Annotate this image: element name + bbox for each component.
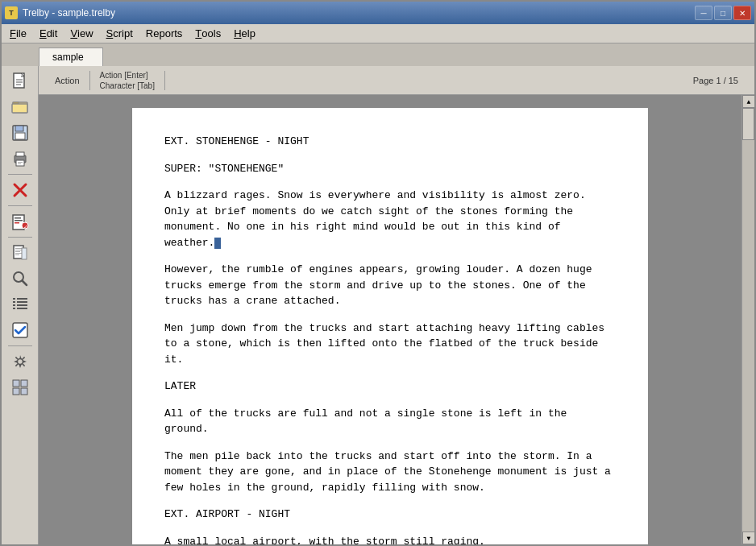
svg-rect-34 xyxy=(13,301,15,303)
checklist-icon xyxy=(11,321,29,339)
left-toolbar: ✓ xyxy=(2,66,39,544)
print-button[interactable] xyxy=(6,147,35,171)
svg-rect-42 xyxy=(13,380,19,387)
svg-rect-28 xyxy=(15,254,19,255)
scrollbar-thumb[interactable] xyxy=(742,108,754,140)
hint-line-2: Character [Tab] xyxy=(100,81,155,91)
svg-rect-8 xyxy=(15,126,23,131)
svg-rect-43 xyxy=(21,380,27,387)
menu-reports[interactable]: Reports xyxy=(139,24,189,43)
outline-icon xyxy=(11,296,29,313)
search-button[interactable] xyxy=(6,267,35,291)
svg-rect-18 xyxy=(15,217,21,219)
svg-rect-33 xyxy=(17,298,27,300)
delete-button[interactable] xyxy=(6,178,35,202)
toolbar-separator-4 xyxy=(8,345,32,346)
menu-script[interactable]: Script xyxy=(100,24,139,43)
checklist-button[interactable] xyxy=(6,318,35,342)
document-status-bar: Action Action [Enter] Character [Tab] Pa… xyxy=(39,66,754,95)
svg-line-31 xyxy=(22,281,27,286)
save-file-button[interactable] xyxy=(6,121,35,145)
grid-icon xyxy=(11,378,29,396)
menu-bar: File Edit View Script Reports Tools Help xyxy=(2,24,754,43)
para-action-3: Men jump down from the trucks and start … xyxy=(164,321,616,368)
hint-line-1: Action [Enter] xyxy=(100,70,155,81)
maximize-button[interactable]: □ xyxy=(714,6,732,20)
save-file-icon xyxy=(11,124,29,142)
status-divider-2 xyxy=(164,71,165,90)
svg-rect-44 xyxy=(13,388,19,395)
page-view-button[interactable] xyxy=(6,241,35,265)
action-text-1: A blizzard rages. Snow is everywhere and… xyxy=(164,189,586,249)
svg-rect-19 xyxy=(15,220,23,221)
script-settings-icon: ✓ xyxy=(11,213,29,230)
menu-file[interactable]: File xyxy=(3,24,33,43)
new-file-button[interactable] xyxy=(6,69,35,93)
tab-sample[interactable]: sample xyxy=(39,48,103,67)
settings-button[interactable] xyxy=(6,350,35,374)
scrollbar-track[interactable] xyxy=(742,108,754,532)
svg-rect-32 xyxy=(13,298,15,300)
svg-rect-36 xyxy=(13,304,15,306)
outline-button[interactable] xyxy=(6,292,35,316)
para-action-6: A small local airport, with the storm st… xyxy=(164,534,616,545)
svg-rect-11 xyxy=(16,152,24,156)
app-icon: T xyxy=(5,6,18,19)
menu-help[interactable]: Help xyxy=(227,24,262,43)
para-scene-heading-2: EXT. AIRPORT - NIGHT xyxy=(164,507,616,523)
document-content-wrapper[interactable]: EXT. STONEHENGE - NIGHT SUPER: "STONEHEN… xyxy=(39,95,741,544)
para-action-5: The men pile back into the trucks and st… xyxy=(164,449,616,496)
new-file-icon xyxy=(11,72,29,90)
svg-rect-13 xyxy=(18,162,23,163)
scene-heading-text-2: EXT. AIRPORT - NIGHT xyxy=(164,508,290,520)
window-title: Trelby - sample.trelby xyxy=(23,7,115,19)
document-panel: Action Action [Enter] Character [Tab] Pa… xyxy=(39,66,754,544)
svg-rect-45 xyxy=(21,388,27,395)
page-view-icon xyxy=(11,244,29,262)
menu-edit[interactable]: Edit xyxy=(33,24,64,43)
svg-rect-27 xyxy=(15,253,22,254)
action-text-2: However, the rumble of engines appears, … xyxy=(164,263,592,307)
open-file-button[interactable] xyxy=(6,95,35,119)
super-text: SUPER: "STONEHENGE" xyxy=(164,163,284,175)
transition-text: LATER xyxy=(164,380,196,392)
document-scroll-area: EXT. STONEHENGE - NIGHT SUPER: "STONEHEN… xyxy=(39,95,754,544)
close-button[interactable]: ✕ xyxy=(733,6,751,20)
main-window: T Trelby - sample.trelby ─ □ ✕ File Edit… xyxy=(0,0,756,546)
svg-point-41 xyxy=(17,359,23,365)
print-icon xyxy=(11,150,29,168)
para-scene-heading-1: EXT. STONEHENGE - NIGHT xyxy=(164,134,616,150)
scene-heading-text-1: EXT. STONEHENGE - NIGHT xyxy=(164,135,309,147)
toolbar-separator-2 xyxy=(8,205,32,206)
scroll-down-button[interactable]: ▼ xyxy=(742,532,754,544)
scroll-up-button[interactable]: ▲ xyxy=(742,95,754,108)
action-text-4: All of the trucks are full and not a sin… xyxy=(164,407,567,436)
svg-rect-39 xyxy=(17,308,27,309)
window-controls[interactable]: ─ □ ✕ xyxy=(695,6,751,20)
para-super: SUPER: "STONEHENGE" xyxy=(164,161,616,177)
svg-rect-37 xyxy=(17,304,27,306)
text-cursor xyxy=(214,238,221,249)
svg-rect-14 xyxy=(18,163,21,164)
para-action-1: A blizzard rages. Snow is everywhere and… xyxy=(164,188,616,250)
status-hint: Action [Enter] Character [Tab] xyxy=(90,70,164,91)
minimize-button[interactable]: ─ xyxy=(695,6,712,20)
delete-icon xyxy=(11,181,29,199)
search-icon xyxy=(11,270,29,287)
grid-button[interactable] xyxy=(6,375,35,399)
menu-view[interactable]: View xyxy=(64,24,99,43)
document-page[interactable]: EXT. STONEHENGE - NIGHT SUPER: "STONEHEN… xyxy=(132,108,648,544)
svg-rect-24 xyxy=(15,248,22,249)
toolbar-separator-3 xyxy=(8,237,32,238)
action-text-5: The men pile back into the trucks and st… xyxy=(164,450,611,494)
script-settings-button[interactable]: ✓ xyxy=(6,209,35,234)
menu-tools[interactable]: Tools xyxy=(189,24,227,43)
svg-rect-12 xyxy=(16,160,24,166)
vertical-scrollbar[interactable]: ▲ ▼ xyxy=(741,95,754,544)
svg-text:✓: ✓ xyxy=(23,224,27,230)
svg-rect-6 xyxy=(12,104,27,113)
action-text-6: A small local airport, with the storm st… xyxy=(164,536,485,545)
open-file-icon xyxy=(11,98,29,116)
toolbar-separator-1 xyxy=(8,174,32,175)
svg-rect-26 xyxy=(15,251,20,252)
